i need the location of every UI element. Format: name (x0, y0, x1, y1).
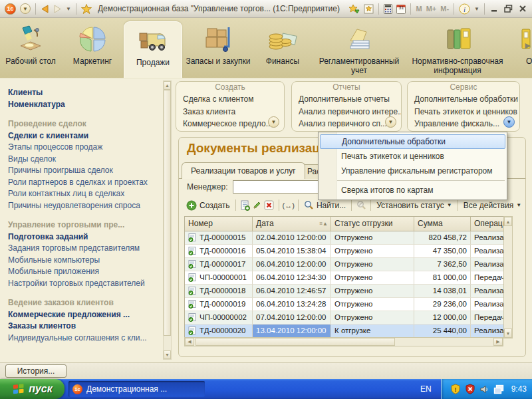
table-row[interactable]: ЧП-00000001 06.04.2010 12:34:30 Отгружен… (185, 271, 504, 285)
primary-interest-analysis-item[interactable]: Анализ первичного интере... (292, 106, 401, 118)
security-warning-shield-icon[interactable]: ! (450, 384, 461, 394)
create-deal-item[interactable]: Сделка с клиентом (176, 93, 284, 106)
scroll-down-arrow[interactable]: ▼ (164, 350, 171, 359)
tabstrip-scroll-right-arrow[interactable]: ▶ (525, 41, 531, 50)
tab-sales-selected[interactable]: Продажи (124, 21, 182, 78)
memory-recall-button[interactable]: M (414, 5, 424, 13)
sidebar-item[interactable]: Индивидуальные соглашения с кли... (8, 332, 163, 344)
menu-item-fiscal-register[interactable]: Управление фискальным регистратором (319, 164, 507, 178)
scrollbar-thumb[interactable] (196, 338, 395, 346)
sidebar-item[interactable]: Мобильные компьютеры (8, 255, 163, 267)
volume-speaker-icon[interactable] (479, 384, 489, 394)
scroll-up-arrow[interactable]: ▲ (164, 81, 171, 90)
sidebar-item[interactable]: Подготовка заданий (8, 231, 163, 243)
service-panel-more-button[interactable]: ▼ (503, 116, 515, 128)
tab-desktop[interactable]: Рабочий стол (0, 18, 61, 78)
minimize-button[interactable] (487, 3, 501, 15)
sidebar-item[interactable]: Заказы клиентов (8, 321, 163, 332)
table-row[interactable]: ТД-00000019 06.04.2010 13:24:28 Отгружен… (185, 298, 504, 311)
set-status-button[interactable]: Установить статус▼ (374, 200, 454, 211)
tab-finance[interactable]: Финансы (254, 18, 311, 78)
memory-add-button[interactable]: M+ (424, 5, 439, 13)
sidebar-scrollbar[interactable]: ▲ ▼ (163, 80, 172, 360)
favorites-star-icon[interactable] (79, 1, 94, 16)
menu-item-additional-processing[interactable]: Дополнительные обработки (320, 134, 505, 149)
column-width-icon[interactable]: (↔) (283, 200, 295, 211)
print-labels-item[interactable]: Печать этикеток и ценников (408, 106, 519, 118)
sidebar-item-clients[interactable]: Клиенты (8, 87, 163, 99)
table-row[interactable]: ЧП-00000002 07.04.2010 12:00:00 Отгружен… (185, 311, 504, 325)
tab-regulated-accounting[interactable]: Регламентированный учет (311, 18, 407, 78)
info-dropdown-icon[interactable]: ▼ (472, 1, 481, 16)
copy-document-icon[interactable] (239, 200, 251, 211)
sidebar-item[interactable]: Настройки торговых представителей (8, 278, 163, 290)
additional-reports-item[interactable]: Дополнительные отчеты (292, 93, 401, 106)
column-header-operation[interactable]: Операци (471, 217, 504, 231)
reports-panel-more-button[interactable]: ▼ (385, 116, 396, 128)
create-button[interactable]: Создать (184, 199, 232, 212)
sidebar-item[interactable]: Причины неудовлетворения спроса (8, 200, 163, 212)
primary-demand-analysis-item[interactable]: Анализ первичного сп... (292, 118, 401, 130)
create-panel-more-button[interactable]: ▼ (268, 116, 279, 128)
history-dropdown-icon[interactable]: ▼ (64, 1, 73, 16)
close-button[interactable] (515, 3, 529, 15)
cascade-windows-icon[interactable] (493, 384, 504, 394)
sidebar-item[interactable]: Виды сделок (8, 154, 163, 166)
main-menu-dropdown-button[interactable]: ▼ (18, 1, 33, 16)
table-row[interactable]: ТД-00000016 05.04.2010 15:38:04 Отгружен… (185, 245, 504, 258)
start-button[interactable]: пуск (0, 379, 65, 399)
taskbar-task-1c[interactable]: 1с Демонстрационная ... (68, 381, 205, 397)
all-actions-button[interactable]: Все действия▼ (462, 200, 523, 211)
restore-button[interactable] (501, 3, 515, 15)
table-horizontal-scrollbar[interactable]: ◀ ▶ (184, 337, 503, 346)
scroll-right-arrow[interactable]: ▶ (493, 338, 503, 346)
scroll-left-arrow[interactable]: ◀ (185, 338, 194, 346)
table-row[interactable]: ТД-00000015 02.04.2010 12:00:00 Отгружен… (185, 231, 504, 245)
info-icon[interactable]: i (457, 1, 472, 16)
scrollbar-thumb[interactable] (164, 90, 171, 336)
column-header-sum[interactable]: Сумма (414, 217, 471, 231)
column-header-status[interactable]: Статус отгрузки (331, 217, 414, 231)
history-button[interactable]: История... (5, 364, 66, 378)
sidebar-item[interactable]: Мобильные приложения (8, 266, 163, 278)
tab-marketing[interactable]: Маркетинг (61, 18, 124, 78)
sidebar-item[interactable]: Коммерческие предложения ... (8, 309, 163, 321)
sidebar-item[interactable]: Роли партнеров в сделках и проектах (8, 177, 163, 189)
tab-reference-info[interactable]: Нормативно-справочная информация (407, 18, 508, 78)
forward-button[interactable] (51, 1, 64, 16)
language-indicator[interactable]: EN (411, 384, 441, 394)
security-alert-shield-icon[interactable] (465, 384, 475, 394)
menu-item-print-labels[interactable]: Печать этикеток и ценников (319, 149, 507, 164)
sidebar-item-nomenclature[interactable]: Номенклатура (8, 99, 163, 111)
sidebar-item[interactable]: Этапы процессов продаж (8, 142, 163, 154)
column-header-number[interactable]: Номер (185, 217, 253, 231)
fiscal-register-item[interactable]: Управление фискаль... (408, 118, 519, 130)
favorites-list-icon[interactable] (362, 1, 376, 16)
calendar-icon[interactable]: 31 (394, 1, 408, 16)
calculator-icon[interactable] (382, 1, 394, 16)
app-logo-1c-icon[interactable]: 1с (3, 1, 18, 16)
sidebar-item[interactable]: Сделки с клиентами (8, 130, 163, 142)
table-row[interactable]: ТД-00000017 06.04.2010 12:00:00 Отгружен… (185, 258, 504, 271)
sidebar-item[interactable]: Роли контактных лиц в сделках (8, 188, 163, 200)
find-button[interactable]: Найти... (302, 199, 348, 211)
table-vertical-scrollbar[interactable]: ▲ ▼ (503, 216, 513, 338)
column-header-date[interactable]: Дата≡▲ (253, 217, 331, 231)
table-row-selected[interactable]: ТД-00000020 13.04.2010 12:00:00 К отгруз… (185, 325, 504, 338)
add-favorite-icon[interactable] (346, 1, 362, 16)
edit-pencil-icon[interactable] (251, 200, 263, 211)
tab-sales-documents[interactable]: Реализации товаров и услуг (182, 162, 305, 179)
delete-icon[interactable] (263, 200, 275, 211)
sidebar-item[interactable]: Причины проигрыша сделок (8, 165, 163, 177)
menu-item-card-totals[interactable]: Сверка итогов по картам (319, 183, 507, 198)
scroll-down-arrow[interactable]: ▼ (504, 329, 512, 338)
back-button[interactable] (39, 1, 51, 16)
sidebar-item[interactable]: Задания торговым представителям (8, 243, 163, 255)
scroll-up-arrow[interactable]: ▲ (504, 217, 512, 226)
table-row[interactable]: ТД-00000018 06.04.2010 12:46:57 Отгружен… (185, 285, 504, 298)
additional-processing-item[interactable]: Дополнительные обработки (408, 93, 519, 106)
memory-subtract-button[interactable]: M- (438, 5, 451, 13)
taskbar-clock[interactable]: 9:43 (511, 384, 527, 394)
create-order-item[interactable]: Заказ клиента (176, 106, 284, 118)
tab-inventory[interactable]: Запасы и закупки (182, 18, 254, 78)
